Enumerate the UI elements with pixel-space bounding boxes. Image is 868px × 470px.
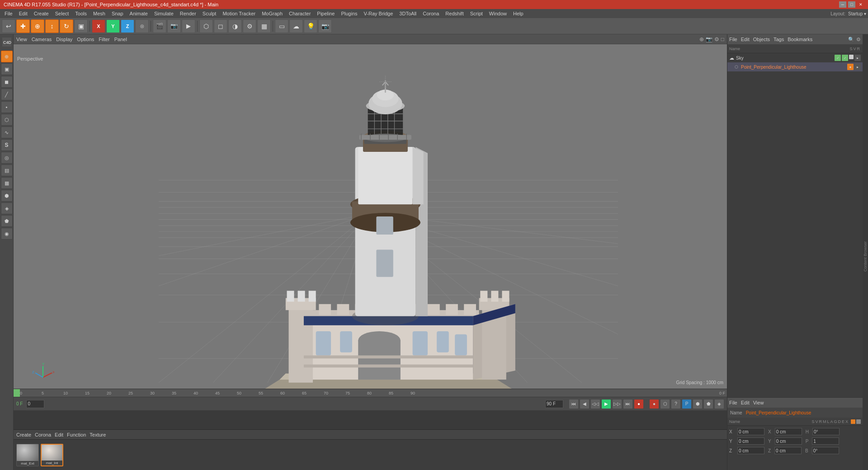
menu-window[interactable]: Window bbox=[486, 10, 509, 17]
material-slot-int[interactable]: mat_Int bbox=[41, 444, 63, 466]
p-btn[interactable]: P bbox=[682, 399, 692, 409]
menu-snap[interactable]: Snap bbox=[109, 10, 126, 17]
tool-extra1[interactable]: ⬟ bbox=[1, 215, 13, 227]
menu-redshift[interactable]: Redshift bbox=[443, 10, 466, 17]
menu-help[interactable]: Help bbox=[510, 10, 526, 17]
toolbar-sky[interactable]: ☁ bbox=[289, 19, 303, 33]
obj-menu-edit[interactable]: Edit bbox=[741, 37, 750, 42]
menu-simulate[interactable]: Simulate bbox=[151, 10, 176, 17]
viewport-menu-options[interactable]: Options bbox=[77, 37, 94, 42]
toolbar-x-axis[interactable]: X bbox=[92, 19, 105, 33]
tool-anim[interactable]: ◎ bbox=[1, 152, 13, 164]
sky-expand-btn[interactable]: ▸ bbox=[854, 55, 861, 61]
minimize-button[interactable]: ─ bbox=[839, 1, 846, 8]
toolbar-display2[interactable]: ⚙ bbox=[243, 19, 256, 33]
tool-tag[interactable]: ◈ bbox=[1, 202, 13, 214]
menu-file[interactable]: File bbox=[2, 10, 15, 17]
toolbar-wireframe[interactable]: ◻ bbox=[214, 19, 227, 33]
menu-3dtoall[interactable]: 3DToAll bbox=[396, 10, 419, 17]
toolbar-shading[interactable]: ⬡ bbox=[199, 19, 213, 33]
attr-input-h[interactable] bbox=[812, 428, 840, 435]
anim-settings-btn[interactable]: ? bbox=[671, 399, 681, 409]
menu-edit[interactable]: Edit bbox=[16, 10, 30, 17]
toolbar-scale[interactable]: ↕ bbox=[45, 19, 59, 33]
attr-menu-view[interactable]: View bbox=[753, 400, 764, 405]
toolbar-all-axis[interactable]: ◎ bbox=[135, 19, 149, 33]
toolbar-move[interactable]: ⊕ bbox=[31, 19, 44, 33]
toolbar-add[interactable]: ✚ bbox=[16, 19, 30, 33]
attr-input-x-rot[interactable] bbox=[775, 428, 802, 435]
mat-menu-corona[interactable]: Corona bbox=[35, 432, 51, 437]
attr-input-x-pos[interactable] bbox=[737, 428, 764, 435]
tool-edge[interactable]: ╱ bbox=[1, 89, 13, 100]
obj-menu-objects[interactable]: Objects bbox=[753, 37, 770, 42]
object-item-lighthouse[interactable]: ⬡ Point_Perpendicular_Lighthouse ● ▸ bbox=[727, 62, 863, 71]
tool-move[interactable]: ⊕ bbox=[1, 51, 13, 62]
play-forward-btn[interactable]: ▷▷ bbox=[612, 399, 622, 409]
toolbar-render-region[interactable]: 🎬 bbox=[153, 19, 166, 33]
tool-point[interactable]: • bbox=[1, 101, 13, 113]
menu-plugins[interactable]: Plugins bbox=[338, 10, 360, 17]
menu-character[interactable]: Character bbox=[286, 10, 313, 17]
attr-input-z-rot[interactable] bbox=[774, 447, 802, 454]
menu-create[interactable]: Create bbox=[31, 10, 52, 17]
attr-menu-edit[interactable]: Edit bbox=[741, 400, 750, 405]
lighthouse-expand-btn[interactable]: ▸ bbox=[854, 64, 861, 70]
viewport-menu-filter[interactable]: Filter bbox=[99, 37, 109, 42]
goto-start-btn[interactable]: ⏮ bbox=[569, 399, 579, 409]
attr-input-y-pos[interactable] bbox=[737, 437, 764, 445]
menu-pipeline[interactable]: Pipeline bbox=[314, 10, 337, 17]
attr-input-z-pos[interactable] bbox=[737, 447, 764, 454]
toolbar-render[interactable]: ▶ bbox=[182, 19, 195, 33]
attr-menu-file[interactable]: File bbox=[729, 400, 737, 405]
toolbar-light[interactable]: 💡 bbox=[304, 19, 317, 33]
viewport-menu-panel[interactable]: Panel bbox=[114, 37, 127, 42]
autokey-btn[interactable]: ● bbox=[649, 399, 659, 409]
play-reverse-btn[interactable]: ◁◁ bbox=[590, 399, 600, 409]
menu-tools[interactable]: Tools bbox=[72, 10, 90, 17]
toolbar-display3[interactable]: ▦ bbox=[257, 19, 271, 33]
object-item-sky[interactable]: ☁ Sky ✓ ✓ ▸ bbox=[727, 53, 863, 62]
toolbar-rotate[interactable]: ↻ bbox=[60, 19, 73, 33]
menu-sculpt[interactable]: Sculpt bbox=[200, 10, 219, 17]
sky-render-btn[interactable]: ✓ bbox=[842, 55, 848, 61]
tool-live[interactable]: ⬡ bbox=[1, 114, 13, 126]
viewport-canvas[interactable]: Perspective Grid Spacing : 1000 cm X Y Z bbox=[14, 44, 727, 389]
timeline-track[interactable] bbox=[14, 411, 727, 429]
close-button[interactable]: ✕ bbox=[857, 1, 864, 8]
viewport-menu-view[interactable]: View bbox=[16, 37, 27, 42]
obj-search-icon[interactable]: 🔍 bbox=[848, 37, 854, 42]
tool-grid[interactable]: ▦ bbox=[1, 177, 13, 189]
menu-motiont[interactable]: Motion Tracker bbox=[220, 10, 258, 17]
attr-input-p[interactable] bbox=[812, 437, 839, 445]
toolbar-mode[interactable]: ▣ bbox=[74, 19, 88, 33]
mat-menu-edit[interactable]: Edit bbox=[55, 432, 63, 437]
menu-corona[interactable]: Corona bbox=[420, 10, 442, 17]
obj-menu-bookmarks[interactable]: Bookmarks bbox=[788, 37, 812, 42]
prev-frame-btn[interactable]: ◀ bbox=[580, 399, 590, 409]
tool-s[interactable]: S bbox=[1, 139, 13, 151]
toolbar-undo[interactable]: ↩ bbox=[2, 19, 15, 33]
layout-value[interactable]: Startup ▾ bbox=[848, 11, 866, 16]
tool-layer[interactable]: ▤ bbox=[1, 164, 13, 176]
record-btn[interactable]: ● bbox=[634, 399, 644, 409]
play-btn[interactable]: ▶ bbox=[601, 399, 611, 409]
tool-spline[interactable]: ∿ bbox=[1, 127, 13, 138]
toolbar-hidden[interactable]: ◑ bbox=[228, 19, 242, 33]
mat-menu-function[interactable]: Function bbox=[67, 432, 86, 437]
title-bar-controls[interactable]: ─ □ ✕ bbox=[839, 1, 864, 8]
viewport-maximize-icon[interactable]: □ bbox=[721, 36, 724, 42]
menu-render[interactable]: Render bbox=[177, 10, 199, 17]
menu-vray[interactable]: V-Ray Bridge bbox=[361, 10, 396, 17]
menu-mograph[interactable]: MoGraph bbox=[259, 10, 285, 17]
tool-deformer[interactable]: ⬢ bbox=[1, 190, 13, 202]
extra-btn3[interactable]: ◈ bbox=[714, 399, 724, 409]
menu-mesh[interactable]: Mesh bbox=[90, 10, 108, 17]
tool-extra2[interactable]: ◉ bbox=[1, 228, 13, 240]
mat-menu-texture[interactable]: Texture bbox=[90, 432, 106, 437]
toolbar-camera[interactable]: 📷 bbox=[318, 19, 332, 33]
sky-vis-btn[interactable]: ✓ bbox=[835, 55, 841, 61]
toolbar-render-view[interactable]: 📷 bbox=[167, 19, 181, 33]
frame-input[interactable] bbox=[26, 400, 44, 408]
mat-menu-create[interactable]: Create bbox=[16, 432, 31, 437]
